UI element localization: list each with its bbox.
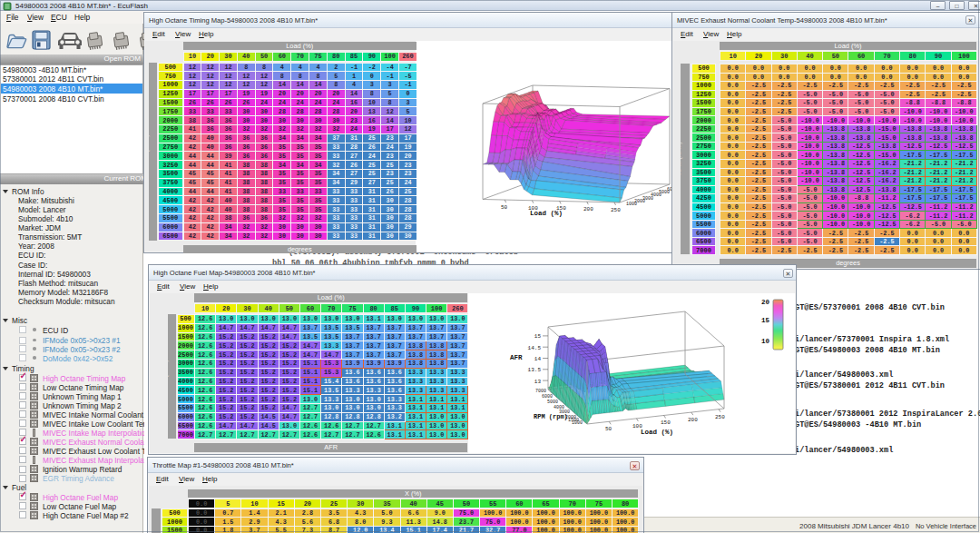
svg-text:200: 200	[688, 417, 698, 423]
svg-text:50: 50	[605, 426, 612, 432]
svg-text:7000: 7000	[535, 389, 546, 394]
svg-text:14.5: 14.5	[528, 345, 542, 351]
svg-text:50: 50	[501, 204, 508, 211]
svg-text:5000: 5000	[547, 400, 558, 405]
svg-text:AFR: AFR	[510, 354, 523, 361]
svg-text:14: 14	[534, 356, 542, 362]
svg-text:RPM (rpm): RPM (rpm)	[534, 413, 568, 420]
svg-text:150: 150	[661, 419, 671, 426]
svg-text:200: 200	[583, 206, 593, 212]
svg-text:6000: 6000	[542, 394, 553, 400]
svg-text:15: 15	[534, 333, 542, 340]
svg-text:Load (%): Load (%)	[641, 429, 673, 436]
svg-text:Load (%): Load (%)	[530, 210, 563, 217]
svg-text:250: 250	[611, 207, 621, 213]
svg-text:250: 250	[715, 414, 725, 420]
svg-text:4000: 4000	[554, 405, 564, 410]
svg-text:13: 13	[534, 379, 542, 385]
svg-text:10: 10	[761, 338, 770, 345]
svg-text:13.5: 13.5	[528, 367, 542, 373]
svg-text:20: 20	[761, 299, 770, 306]
svg-text:15: 15	[761, 317, 770, 324]
